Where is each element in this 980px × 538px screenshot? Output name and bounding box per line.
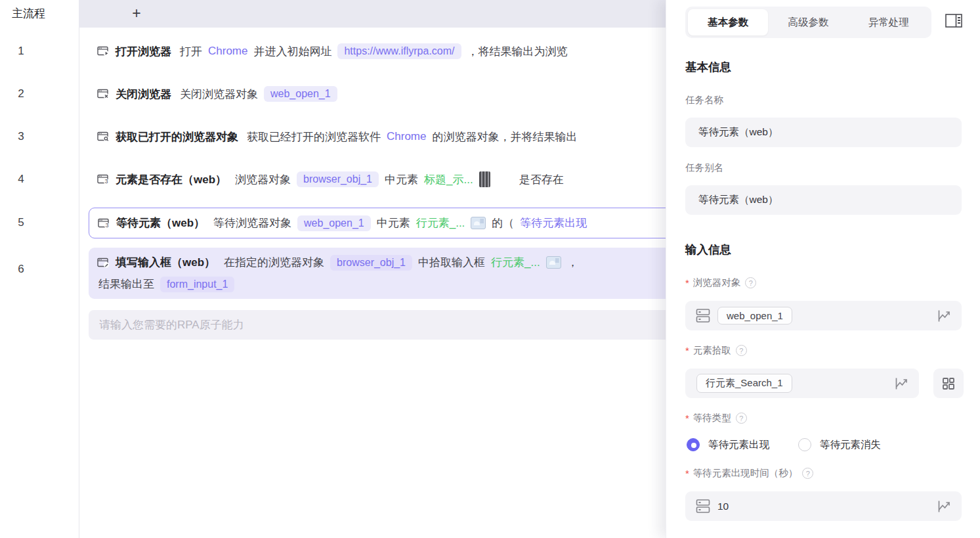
step-title: 获取已打开的浏览器对象 bbox=[116, 129, 238, 145]
step-text: 中元素 bbox=[385, 172, 418, 187]
wait-time-value: 10 bbox=[717, 501, 729, 512]
variable-pill[interactable]: form_input_1 bbox=[160, 277, 234, 292]
tab-advanced-params[interactable]: 高级参数 bbox=[768, 9, 848, 35]
wait-type-radio-group: 等待元素出现 等待元素消失 bbox=[687, 437, 881, 452]
tab-basic-params[interactable]: 基本参数 bbox=[688, 9, 768, 35]
step-title: 关闭浏览器 bbox=[116, 87, 171, 102]
required-asterisk: * bbox=[685, 413, 689, 424]
step-row-fill-input[interactable]: 填写输入框（web） 在指定的浏览器对象browser_obj_1中拾取输入框行… bbox=[89, 248, 666, 299]
element-thumbnail bbox=[479, 171, 490, 187]
variable-pill[interactable]: web_open_1 bbox=[297, 215, 371, 231]
variable-pill[interactable]: browser_obj_1 bbox=[330, 255, 412, 271]
highlighted-text: Chrome bbox=[208, 45, 247, 58]
browser-get-icon bbox=[97, 131, 110, 143]
rpa-capability-search-input[interactable] bbox=[89, 310, 666, 340]
help-icon[interactable]: ? bbox=[745, 277, 756, 288]
task-alias-label: 任务别名 bbox=[685, 162, 723, 174]
element-pick-value-pill[interactable]: 行元素_Search_1 bbox=[696, 374, 792, 393]
variable-pill[interactable]: browser_obj_1 bbox=[297, 171, 379, 187]
task-name-label: 任务名称 bbox=[685, 94, 723, 106]
wait-time-label: * 等待元素出现时间（秒） ? bbox=[685, 467, 813, 480]
tab-exception-handling[interactable]: 异常处理 bbox=[849, 9, 929, 35]
step-title: 元素是否存在（web） bbox=[116, 172, 226, 187]
step-row-close-browser[interactable]: 关闭浏览器 关闭浏览器对象web_open_1 bbox=[89, 82, 666, 106]
step-text: 结果输出至 bbox=[98, 277, 154, 292]
step-title: 填写输入框（web） bbox=[116, 255, 215, 270]
element-name: 行元素_... bbox=[416, 215, 465, 231]
browser-wait-icon: 3 bbox=[98, 217, 110, 229]
step-text: 并进入初始网址 bbox=[253, 44, 331, 59]
required-asterisk: * bbox=[685, 277, 689, 288]
step-title: 打开浏览器 bbox=[116, 44, 171, 59]
panel-tab-group: 基本参数 高级参数 异常处理 bbox=[685, 7, 931, 38]
repick-element-button[interactable] bbox=[933, 369, 964, 398]
step-row-open-browser[interactable]: 打开浏览器 打开Chrome并进入初始网址https://www.iflyrpa… bbox=[89, 39, 666, 63]
variable-pill[interactable]: https://www.iflyrpa.com/ bbox=[337, 43, 461, 59]
radio-wait-element-appear[interactable]: 等待元素出现 bbox=[687, 438, 769, 452]
step-row-element-exists[interactable]: 3 元素是否存在（web） 浏览器对象browser_obj_1中元素标题_示.… bbox=[89, 168, 666, 191]
flow-canvas: 打开浏览器 打开Chrome并进入初始网址https://www.iflyrpa… bbox=[0, 0, 666, 538]
variable-stack-icon bbox=[695, 499, 711, 514]
step-description: 获取已经打开的浏览器软件Chrome的浏览器对象，并将结果输出 bbox=[247, 129, 577, 145]
step-description: 等待浏览器对象web_open_1中元素行元素_...的（等待元素出现 bbox=[213, 215, 587, 231]
step-text: 获取已经打开的浏览器软件 bbox=[247, 129, 381, 145]
step-text: 中拾取输入框 bbox=[418, 255, 485, 270]
help-icon[interactable]: ? bbox=[736, 413, 747, 424]
step-description: 浏览器对象browser_obj_1中元素标题_示...是否存在 bbox=[235, 171, 564, 187]
section-title-basic-info: 基本信息 bbox=[685, 59, 731, 75]
required-asterisk: * bbox=[685, 468, 689, 479]
element-name: 标题_示... bbox=[424, 172, 473, 187]
step-text: ，将结果输出为浏览 bbox=[467, 44, 568, 59]
step-text: 的浏览器对象，并将结果输出 bbox=[432, 129, 577, 145]
step-description-line2: 结果输出至form_input_1 bbox=[98, 277, 234, 292]
step-text: 浏览器对象 bbox=[235, 172, 291, 187]
step-text: 关闭浏览器对象 bbox=[180, 87, 258, 102]
browser-fill-icon bbox=[97, 257, 110, 269]
step-description: 打开Chrome并进入初始网址https://www.iflyrpa.com/，… bbox=[180, 43, 568, 59]
composer-bar bbox=[89, 310, 666, 340]
variable-pill[interactable]: web_open_1 bbox=[264, 86, 337, 102]
svg-text:3: 3 bbox=[106, 222, 109, 229]
browser-close-icon bbox=[97, 88, 110, 100]
element-pick-input[interactable]: 行元素_Search_1 bbox=[685, 369, 919, 398]
step-text: ， bbox=[567, 255, 578, 270]
section-title-input-info: 输入信息 bbox=[685, 242, 731, 258]
properties-panel: 基本参数 高级参数 异常处理 基本信息 任务名称 等待元素（web） 任务别名 … bbox=[666, 0, 980, 538]
step-text: 在指定的浏览器对象 bbox=[224, 255, 324, 270]
task-alias-input[interactable]: 等待元素（web） bbox=[685, 185, 962, 215]
step-title: 等待元素（web） bbox=[116, 215, 205, 231]
rpa-flow-editor: 主流程 + 1 2 3 4 5 6 打开浏览器 打开Chrome并进入初始网址h… bbox=[0, 0, 980, 538]
task-name-input[interactable]: 等待元素（web） bbox=[685, 118, 962, 147]
radio-wait-element-disappear[interactable]: 等待元素消失 bbox=[798, 438, 881, 452]
expression-trend-icon[interactable] bbox=[936, 499, 952, 514]
step-description: 关闭浏览器对象web_open_1 bbox=[180, 86, 337, 102]
panel-collapse-icon[interactable] bbox=[945, 12, 963, 30]
required-asterisk: * bbox=[685, 345, 689, 356]
step-row-get-browser[interactable]: 获取已打开的浏览器对象 获取已经打开的浏览器软件Chrome的浏览器对象，并将结… bbox=[89, 125, 666, 148]
help-icon[interactable]: ? bbox=[802, 468, 813, 479]
svg-text:3: 3 bbox=[105, 178, 108, 185]
element-name: 行元素_... bbox=[491, 255, 540, 270]
radio-icon bbox=[687, 438, 700, 451]
help-icon[interactable]: ? bbox=[736, 345, 747, 356]
browser-open-icon bbox=[97, 45, 110, 57]
browser-object-input[interactable]: web_open_1 bbox=[685, 301, 962, 330]
browser-object-value-pill[interactable]: web_open_1 bbox=[717, 307, 792, 325]
step-description: 在指定的浏览器对象browser_obj_1中拾取输入框行元素_...， bbox=[224, 255, 578, 271]
grid-icon bbox=[941, 376, 956, 391]
browser-exists-icon: 3 bbox=[97, 173, 110, 185]
element-pick-label: * 元素拾取 ? bbox=[685, 344, 747, 357]
step-row-wait-element-selected[interactable]: 3 等待元素（web） 等待浏览器对象web_open_1中元素行元素_...的… bbox=[89, 208, 666, 238]
element-image-icon bbox=[471, 217, 486, 229]
element-image-icon bbox=[546, 256, 561, 269]
step-text: 是否存在 bbox=[519, 172, 564, 187]
step-text: 的（ bbox=[492, 215, 514, 231]
wait-time-input[interactable]: 10 bbox=[685, 491, 962, 521]
highlighted-text: 等待元素出现 bbox=[520, 215, 587, 231]
step-text: 中元素 bbox=[377, 215, 410, 231]
step-text: 等待浏览器对象 bbox=[213, 215, 291, 231]
step-text: 打开 bbox=[180, 44, 202, 59]
expression-trend-icon[interactable] bbox=[936, 308, 952, 324]
radio-icon bbox=[798, 438, 811, 451]
expression-trend-icon[interactable] bbox=[893, 376, 909, 392]
